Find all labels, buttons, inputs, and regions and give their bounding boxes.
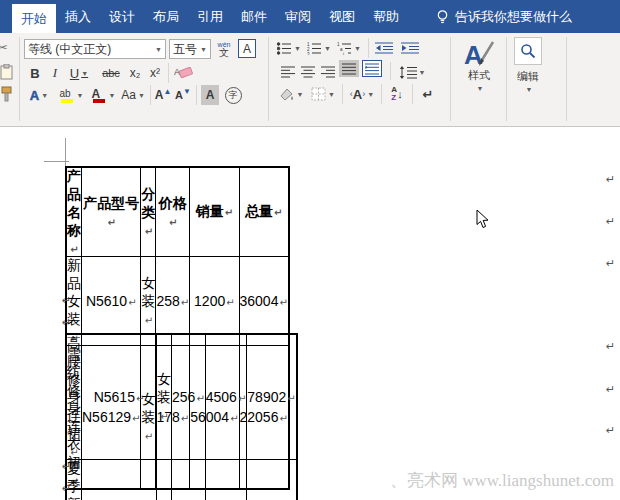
- align-left-button[interactable]: [279, 62, 297, 82]
- numbered-list-button[interactable]: 123 ▼: [306, 38, 332, 58]
- chevron-down-icon: ▼: [328, 91, 335, 98]
- tab-mailings[interactable]: 邮件: [232, 0, 276, 33]
- change-case-button[interactable]: Aa ▼: [120, 85, 146, 105]
- underline-label: U: [70, 66, 79, 81]
- show-hide-marks-button[interactable]: ↵: [418, 84, 438, 104]
- tab-layout[interactable]: 布局: [144, 0, 188, 33]
- align-right-button[interactable]: [319, 62, 337, 82]
- chevron-down-icon: ▼: [155, 46, 162, 53]
- find-icon: [514, 37, 542, 65]
- editing-button[interactable]: 编辑 ▼: [509, 37, 547, 93]
- table-cell[interactable]: N3002092↵: [82, 460, 157, 500]
- table-cell[interactable]: 2013↵: [205, 460, 247, 500]
- tell-me-box[interactable]: 告诉我你想要做什么: [436, 0, 572, 33]
- table-cell[interactable]: 分类↵: [141, 167, 156, 257]
- grow-font-button[interactable]: A▲: [154, 85, 172, 105]
- highlight-label: ab: [60, 88, 71, 99]
- justify-button[interactable]: [339, 60, 359, 77]
- italic-button[interactable]: I: [50, 63, 60, 83]
- enclose-characters-button[interactable]: 字: [223, 85, 243, 105]
- tab-insert[interactable]: 插入: [56, 0, 100, 33]
- table-cell[interactable]: 价格↵: [156, 167, 190, 257]
- table-cell[interactable]: 女装↵: [157, 460, 172, 500]
- svg-text:i: i: [343, 51, 344, 55]
- table-cell[interactable]: 总量↵: [239, 167, 289, 257]
- editing-button-label: 编辑: [517, 69, 539, 84]
- tab-references[interactable]: 引用: [188, 0, 232, 33]
- grow-font-label: A: [155, 88, 164, 102]
- font-color-button[interactable]: A ▼: [90, 85, 116, 105]
- cell-end-mark: ↵: [70, 447, 78, 458]
- paste-button[interactable]: [0, 64, 16, 80]
- cut-button[interactable]: ✂: [0, 40, 16, 54]
- bold-button[interactable]: B: [28, 63, 42, 83]
- chevron-down-icon: ▼: [367, 91, 374, 98]
- table-cell[interactable]: 178↵: [172, 460, 206, 500]
- subscript-button[interactable]: x₂: [126, 63, 144, 83]
- chevron-down-icon: ▼: [297, 91, 304, 98]
- asian-layout-label: A: [353, 87, 362, 102]
- underline-button[interactable]: U▼: [66, 63, 92, 83]
- tell-me-label: 告诉我你想要做什么: [455, 8, 572, 26]
- row-end-mark: ↵: [606, 424, 615, 437]
- cell-end-mark: ↵: [226, 297, 234, 308]
- row-end-mark: ↵: [606, 173, 615, 186]
- line-spacing-button[interactable]: ▼: [397, 62, 427, 82]
- chevron-down-icon: ▼: [77, 92, 84, 99]
- text-effects-button[interactable]: A ▼: [26, 85, 52, 105]
- text-highlight-button[interactable]: ab ▼: [57, 85, 85, 105]
- shading-button[interactable]: ▼: [277, 84, 305, 104]
- asian-layout-button[interactable]: ‹ A › ▼: [347, 84, 377, 104]
- table-cell[interactable]: 产品名称↵: [66, 167, 82, 257]
- table-cell[interactable]: N5615↵: [82, 334, 157, 460]
- increase-indent-button[interactable]: [399, 38, 421, 58]
- phonetic-guide-button[interactable]: wén 文: [214, 38, 234, 60]
- font-name-combobox[interactable]: 等线 (中文正文) ▼: [24, 39, 166, 59]
- cell-end-mark: ↵: [169, 217, 177, 228]
- tab-review[interactable]: 审阅: [276, 0, 320, 33]
- font-size-value: 五号: [173, 41, 197, 58]
- chevron-down-icon: ▼: [109, 92, 116, 99]
- tab-view[interactable]: 视图: [320, 0, 364, 33]
- font-color-bar: [93, 99, 105, 103]
- table-cell[interactable]: 9009↵: [247, 460, 297, 500]
- ribbon-tabs: 开始插入设计布局引用邮件审阅视图帮助: [0, 0, 408, 33]
- bullet-list-button[interactable]: ▼: [276, 38, 302, 58]
- styles-icon: A: [462, 38, 496, 68]
- strikethrough-label: abc: [102, 67, 120, 79]
- document-page[interactable]: 产品名称↵产品型号↵分类↵价格↵销量↵总量↵新品女装↵N5610↵女装↵258↵…: [0, 127, 620, 500]
- borders-button[interactable]: ▼: [308, 84, 338, 104]
- table-cell[interactable]: 256↵: [172, 334, 206, 460]
- table-cell[interactable]: 女装↵: [157, 334, 172, 460]
- tab-help[interactable]: 帮助: [364, 0, 408, 33]
- table-cell[interactable]: 4506↵: [205, 334, 247, 460]
- tab-design[interactable]: 设计: [100, 0, 144, 33]
- cell-end-mark: ↵: [225, 207, 233, 218]
- superscript-button[interactable]: x²: [146, 63, 164, 83]
- font-size-combobox[interactable]: 五号 ▼: [169, 39, 211, 59]
- table-cell[interactable]: 产品型号↵: [82, 167, 141, 257]
- show-hide-marks-label: ↵: [423, 87, 434, 102]
- svg-text:3: 3: [307, 51, 310, 55]
- multilevel-list-button[interactable]: 1ai ▼: [336, 38, 362, 58]
- table-cell[interactable]: 高腰修身连裙↵: [66, 334, 82, 460]
- align-center-button[interactable]: [299, 62, 317, 82]
- character-shading-label: A: [206, 88, 215, 102]
- table-cell[interactable]: 销量↵: [190, 167, 239, 257]
- format-painter-button[interactable]: [0, 86, 16, 102]
- tab-home[interactable]: 开始: [12, 4, 56, 33]
- character-shading-button[interactable]: A: [201, 85, 219, 105]
- table-cell[interactable]: 78902↵: [247, 334, 297, 460]
- strikethrough-button[interactable]: abc: [98, 63, 124, 83]
- superscript-label: x²: [150, 66, 160, 80]
- sort-button[interactable]: A Z ↓: [386, 84, 408, 104]
- styles-button[interactable]: A 样式 ▼: [456, 38, 502, 92]
- shrink-font-label: A: [175, 89, 183, 101]
- chevron-down-icon: ▼: [526, 86, 533, 93]
- shrink-font-button[interactable]: A▼: [174, 85, 192, 105]
- distribute-button[interactable]: [362, 60, 382, 77]
- clear-formatting-button[interactable]: A: [173, 63, 195, 83]
- margin-crop-mark-vertical: [65, 138, 66, 167]
- character-border-button[interactable]: A: [238, 39, 256, 58]
- decrease-indent-button[interactable]: [373, 38, 395, 58]
